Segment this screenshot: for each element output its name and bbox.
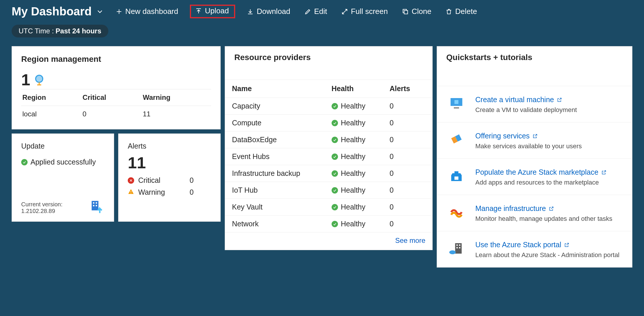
svg-rect-31 [459,245,460,246]
rp-name: Capacity [225,98,325,115]
critical-row[interactable]: Critical 0 [128,176,211,185]
warning-row[interactable]: Warning 0 [128,188,211,196]
plus-icon [116,8,123,15]
new-dashboard-button[interactable]: New dashboard [113,6,181,17]
quickstart-icon [446,132,467,150]
dashboard-title-dropdown[interactable]: My Dashboard [12,5,104,18]
svg-rect-30 [456,245,458,246]
tile-title: Resource providers [234,53,423,62]
quickstarts-tile: Quickstarts + tutorials Create a virtual… [437,46,632,268]
rp-health: Healthy [341,220,366,228]
svg-rect-15 [93,205,94,206]
table-row[interactable]: CapacityHealthy0 [225,98,432,115]
rp-name: Event Hubs [225,148,325,165]
clone-button[interactable]: Clone [400,6,434,17]
table-row[interactable]: IoT HubHealthy0 [225,182,432,199]
healthy-icon [332,204,338,210]
quickstart-icon [446,168,467,187]
table-row[interactable]: NetworkHealthy0 [225,216,432,232]
tile-title: Alerts [128,142,211,150]
globe-icon [33,74,45,86]
svg-line-27 [604,171,606,173]
rp-health: Healthy [341,152,366,161]
table-header-row: Name Health Alerts [225,80,432,98]
current-version-value: 1.2102.28.89 [21,208,62,214]
update-tile: Update Applied successfully Current vers… [12,133,114,222]
svg-point-34 [449,250,456,254]
quickstart-item: Use the Azure Stack portal Learn about t… [437,231,632,267]
quickstart-desc: Create a VM to validate deployment [475,106,577,114]
rp-health: Healthy [341,136,366,144]
edit-button[interactable]: Edit [302,6,330,17]
time-range-filter[interactable]: UTC Time : Past 24 hours [12,25,108,37]
rp-alerts: 0 [383,115,432,131]
see-more-link[interactable]: See more [395,236,425,244]
rp-health: Healthy [341,169,366,178]
svg-rect-14 [96,202,97,204]
quickstart-item: Manage infrastructure Monitor health, ma… [437,195,632,231]
healthy-icon [332,103,338,109]
region-count: 1 [21,70,30,89]
rp-health: Healthy [341,203,366,211]
warning-icon [128,188,134,196]
table-row[interactable]: Key VaultHealthy0 [225,199,432,216]
rp-name: Compute [225,115,325,131]
svg-line-7 [342,12,345,14]
dashboard-toolbar: My Dashboard New dashboard Upload Downlo… [12,5,632,18]
download-button[interactable]: Download [244,6,293,17]
healthy-icon [332,120,338,126]
quickstart-link[interactable]: Populate the Azure Stack marketplace [475,168,607,176]
tile-title: Quickstarts + tutorials [446,53,623,62]
alerts-tile: Alerts 11 Critical 0 Warning 0 [118,133,221,222]
quickstart-item: Create a virtual machine Create a VM to … [437,86,632,122]
quickstart-icon [446,95,467,114]
svg-point-9 [36,75,43,82]
clone-icon [402,8,409,15]
rp-name: Key Vault [225,199,325,216]
svg-rect-26 [454,176,458,180]
rp-alerts: 0 [383,98,432,115]
quickstart-desc: Make services available to your users [475,142,582,150]
svg-rect-22 [454,100,458,104]
quickstart-desc: Learn about the Azure Stack - Administra… [475,251,620,259]
error-icon [128,177,134,184]
table-row[interactable]: ComputeHealthy0 [225,115,432,131]
rp-health: Healthy [341,102,366,110]
rp-health: Healthy [341,186,366,194]
quickstart-link[interactable]: Create a virtual machine [475,95,562,104]
rp-alerts: 0 [383,148,432,165]
rp-alerts: 0 [383,131,432,148]
svg-line-25 [535,134,537,136]
alerts-total: 11 [128,153,211,172]
svg-rect-29 [455,243,462,254]
pencil-icon [304,8,311,15]
rp-alerts: 0 [383,199,432,216]
quickstart-link[interactable]: Manage infrastructure [475,204,554,213]
rp-name: IoT Hub [225,182,325,199]
download-icon [247,8,254,15]
table-row[interactable]: local 0 11 [21,106,211,122]
svg-rect-19 [131,191,131,192]
svg-rect-12 [92,201,98,210]
table-row[interactable]: Infrastructure backupHealthy0 [225,165,432,182]
region-management-tile: Region management 1 Region Critical Warn… [12,46,221,129]
chevron-down-icon [96,8,104,16]
fullscreen-button[interactable]: Full screen [339,6,390,17]
quickstart-link[interactable]: Use the Azure Stack portal [475,241,569,249]
svg-rect-32 [456,247,458,249]
healthy-icon [332,221,338,227]
external-link-icon [533,133,538,139]
table-row[interactable]: Event HubsHealthy0 [225,148,432,165]
quickstart-link[interactable]: Offering services [475,132,538,140]
table-header-row: Region Critical Warning [21,89,211,106]
delete-button[interactable]: Delete [443,6,479,17]
rp-health: Healthy [341,119,366,127]
table-row[interactable]: DataBoxEdgeHealthy0 [225,131,432,148]
svg-rect-20 [131,193,131,194]
tile-title: Region management [21,55,211,64]
rp-name: Infrastructure backup [225,165,325,182]
healthy-icon [332,154,338,160]
upload-button[interactable]: Upload [190,5,235,18]
rp-alerts: 0 [383,165,432,182]
quickstart-item: Offering services Make services availabl… [437,122,632,159]
